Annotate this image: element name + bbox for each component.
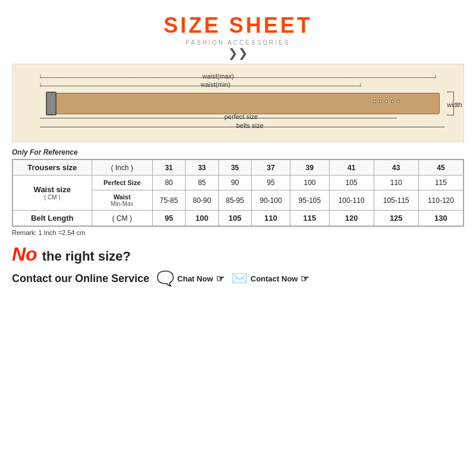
col-size-39: 39 [290, 160, 329, 176]
col-size-41: 41 [329, 160, 374, 176]
belt-diagram: width | | waist(max) | | waist(min) perf… [12, 64, 464, 142]
chat-now-label: Chat Now [177, 274, 213, 283]
belts-size-label: belts size [236, 122, 264, 129]
ps-39: 100 [290, 176, 329, 190]
size-table: Trousers size( Inch )3133353739414345 Wa… [12, 159, 464, 226]
wmm-43: 105-115 [374, 190, 418, 211]
bottom-section: Nothe right size? Contact our Online Ser… [12, 243, 464, 287]
remark: Remark: 1 Inch =2.54 cm [12, 229, 464, 236]
dashed-line-2 [239, 77, 436, 78]
bl-43: 125 [374, 211, 418, 226]
waist-min-label: waist(min) [201, 81, 230, 88]
chat-now-button[interactable]: 🗨️ Chat Now ☞ [156, 270, 224, 287]
mail-icon: ✉️ [231, 271, 248, 286]
bl-45: 130 [418, 211, 463, 226]
wmm-31: 75-85 [152, 190, 185, 211]
col-trousers-size: Trousers size [13, 160, 92, 176]
wmm-41: 100-110 [329, 190, 374, 211]
belt-body [53, 93, 440, 114]
dashed-line-4 [201, 86, 361, 86]
perfect-size-col-label: Perfect Size [92, 176, 152, 190]
belt-hole [391, 100, 394, 103]
col-size-37: 37 [252, 160, 290, 176]
contact-label: Contact our Online Service [12, 273, 149, 285]
bl-33: 100 [186, 211, 218, 226]
ps-33: 85 [186, 176, 218, 190]
col-size-33: 33 [186, 160, 218, 176]
dashed-line-3 [40, 86, 201, 86]
perfect-size-label: perfect size [224, 113, 258, 120]
ps-37: 95 [252, 176, 290, 190]
ps-31: 80 [152, 176, 185, 190]
ps-41: 105 [329, 176, 374, 190]
ps-43: 110 [374, 176, 418, 190]
contact-line: Contact our Online Service 🗨️ Chat Now ☞… [12, 270, 464, 287]
belt-hole [373, 100, 376, 103]
bl-39: 115 [290, 211, 329, 226]
col-size-35: 35 [218, 160, 251, 176]
belt-holes [373, 100, 400, 103]
width-label: width [447, 101, 462, 108]
perfect-size-row: Waist size ( CM ) Perfect Size 80 85 90 … [13, 176, 464, 190]
waist-max-label: waist(max) [202, 73, 234, 80]
ps-35: 90 [218, 176, 251, 190]
col-size-31: 31 [152, 160, 185, 176]
col-size-43: 43 [374, 160, 418, 176]
waist-min-max-col-label: Waist Min-Max [92, 190, 152, 211]
col-inch: ( Inch ) [92, 160, 152, 176]
reference-note: Only For Reference [12, 148, 464, 156]
belt-buckle [46, 92, 57, 115]
belt-length-label: Belt Length [13, 211, 92, 226]
belt-hole [385, 100, 388, 103]
wmm-45: 110-120 [418, 190, 463, 211]
perfect-size-line [40, 118, 397, 118]
waist-size-label: Waist size ( CM ) [13, 176, 92, 211]
chevrons-icon: ❯❯ [228, 47, 248, 59]
wmm-37: 90-100 [252, 190, 290, 211]
bl-31: 95 [152, 211, 185, 226]
dashed-line-1 [40, 77, 236, 78]
bl-35: 105 [218, 211, 251, 226]
wmm-39: 95-105 [290, 190, 329, 211]
bl-37: 110 [252, 211, 290, 226]
contact-now-label: Contact Now [250, 274, 298, 283]
belt-length-unit: ( CM ) [92, 211, 152, 226]
page-title: SIZE SHEET [164, 13, 312, 38]
contact-now-button[interactable]: ✉️ Contact Now ☞ [231, 271, 309, 286]
hand-icon: ☞ [216, 273, 224, 284]
wmm-35: 85-95 [218, 190, 251, 211]
no-right-size-line: Nothe right size? [12, 243, 464, 265]
bl-41: 120 [329, 211, 374, 226]
col-size-45: 45 [418, 160, 463, 176]
wmm-33: 80-90 [186, 190, 218, 211]
hand-icon-2: ☞ [300, 273, 309, 284]
ps-45: 115 [418, 176, 463, 190]
size-table-wrapper: Trousers size( Inch )3133353739414345 Wa… [12, 159, 464, 227]
no-word: No [12, 243, 37, 265]
right-size-text: the right size? [42, 249, 131, 264]
belt-hole [379, 100, 382, 103]
belt-hole [397, 100, 400, 103]
chat-icon: 🗨️ [156, 270, 174, 287]
subtitle: FASHION ACCESSORIES [186, 39, 290, 46]
belt-length-row: Belt Length ( CM ) 95 100 105 110 115 12… [13, 211, 464, 226]
